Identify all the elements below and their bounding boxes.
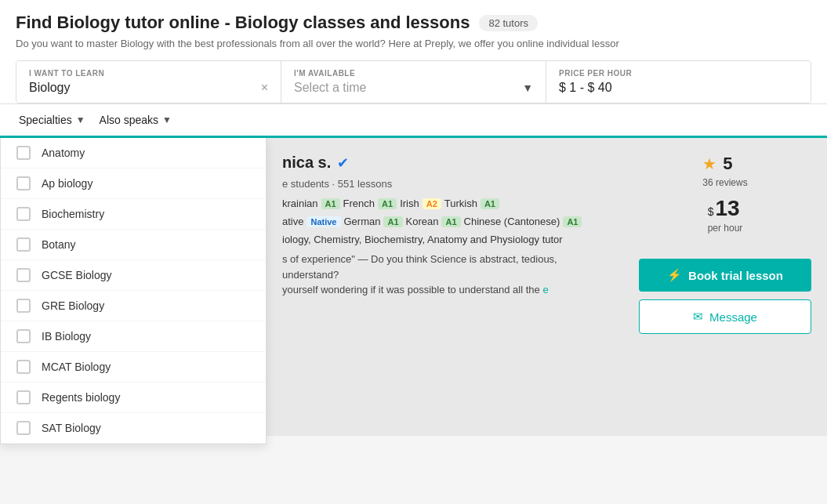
price-input-row: $ 1 - $ 40 xyxy=(559,81,798,95)
description-line-3: yourself wondering if it was possible to… xyxy=(282,284,540,296)
message-button[interactable]: ✉ Message xyxy=(639,299,811,334)
available-section[interactable]: I'M AVAILABLE Select a time ▼ xyxy=(281,61,546,103)
want-to-learn-section[interactable]: I WANT TO LEARN Biology × xyxy=(16,61,281,103)
specialties-dropdown: AnatomyAp biologyBiochemistryBotanyGCSE … xyxy=(0,138,267,444)
dropdown-item[interactable]: GCSE Biology xyxy=(1,260,266,291)
checkbox[interactable] xyxy=(16,237,31,252)
rating-reviews-block: ★ 5 36 reviews xyxy=(702,154,747,190)
star-icon: ★ xyxy=(702,154,716,173)
filter-bar: I WANT TO LEARN Biology × I'M AVAILABLE … xyxy=(16,60,811,103)
price-block: $ 13 per hour xyxy=(708,196,743,246)
lightning-icon: ⚡ xyxy=(667,268,682,282)
lang-badge-turkish: A1 xyxy=(481,198,499,209)
also-speaks-label: Also speaks xyxy=(100,114,158,126)
lang-badge-korean: A1 xyxy=(441,216,460,227)
checkbox[interactable] xyxy=(16,146,31,160)
lang-german: German xyxy=(344,216,381,227)
tutor-card: nica s. ✔ e students · 551 lessons krain… xyxy=(267,138,827,436)
subtitle: Do you want to master Biology with the b… xyxy=(16,38,811,49)
also-speaks-chevron-icon: ▼ xyxy=(162,114,172,125)
languages-row-2: ative Native German A1 Korean A1 Chinese… xyxy=(282,216,623,227)
rating-row: ★ 5 xyxy=(702,154,747,174)
languages-row: krainian A1 French A1 Irish A2 Turkish A… xyxy=(282,198,623,209)
lang-korean: Korean xyxy=(406,216,439,227)
dropdown-item[interactable]: IB Biology xyxy=(1,321,266,352)
dropdown-item[interactable]: Ap biology xyxy=(1,169,266,199)
checkbox-label: Botany xyxy=(42,238,76,251)
tutor-count-badge: 82 tutors xyxy=(479,15,538,31)
tutor-name-row: nica s. ✔ xyxy=(282,154,623,172)
message-label: Message xyxy=(709,310,757,324)
chevron-down-icon: ▼ xyxy=(522,82,533,94)
book-trial-label: Book trial lesson xyxy=(688,269,783,282)
page-title: Find Biology tutor online - Biology clas… xyxy=(16,13,470,33)
reviews-text: 36 reviews xyxy=(702,177,747,188)
lang-badge-french: A1 xyxy=(378,198,397,209)
message-icon: ✉ xyxy=(693,310,703,324)
checkbox[interactable] xyxy=(16,360,31,374)
description-line-2: understand? xyxy=(282,269,339,281)
checkbox[interactable] xyxy=(16,207,31,221)
checkbox[interactable] xyxy=(16,390,31,404)
also-speaks-button[interactable]: Also speaks ▼ xyxy=(96,112,175,128)
price-row: $ 13 xyxy=(708,196,743,221)
want-to-learn-value: Biology xyxy=(29,81,70,95)
price-section[interactable]: PRICE PER HOUR $ 1 - $ 40 xyxy=(546,61,811,103)
lang-native-text: ative xyxy=(282,216,303,227)
price-value: $ 1 - $ 40 xyxy=(559,81,612,95)
tutor-name: nica s. xyxy=(282,154,331,172)
checkbox[interactable] xyxy=(16,176,31,190)
dropdown-item[interactable]: SAT Biology xyxy=(1,413,266,444)
tutor-stats: e students · 551 lessons xyxy=(282,178,623,190)
specialties-label: Specialties xyxy=(19,114,72,126)
specialties-bar: Specialties ▼ Also speaks ▼ xyxy=(0,104,827,138)
main-content: AnatomyAp biologyBiochemistryBotanyGCSE … xyxy=(0,138,827,436)
title-row: Find Biology tutor online - Biology clas… xyxy=(16,13,811,33)
tutor-info: nica s. ✔ e students · 551 lessons krain… xyxy=(282,154,623,334)
reviews-label: reviews xyxy=(716,177,748,188)
specialties-chevron-icon: ▼ xyxy=(76,114,85,125)
price-currency: $ xyxy=(708,205,714,218)
dropdown-item[interactable]: GRE Biology xyxy=(1,291,266,321)
checkbox-label: Anatomy xyxy=(42,147,85,159)
book-trial-button[interactable]: ⚡ Book trial lesson xyxy=(639,259,811,292)
checkbox[interactable] xyxy=(16,299,31,313)
checkbox-label: Regents biology xyxy=(42,391,120,404)
want-to-learn-label: I WANT TO LEARN xyxy=(29,69,268,78)
clear-icon[interactable]: × xyxy=(261,81,268,95)
lang-ukrainian: krainian xyxy=(282,198,318,209)
checkbox-label: GCSE Biology xyxy=(42,269,111,281)
available-placeholder: Select a time xyxy=(294,81,366,95)
tutor-actions-column: ★ 5 36 reviews $ 13 per hour xyxy=(639,154,811,334)
price-label: PRICE PER HOUR xyxy=(559,69,798,78)
reviews-count: 36 xyxy=(702,177,713,188)
verified-icon: ✔ xyxy=(337,154,349,172)
tutor-card-inner: nica s. ✔ e students · 551 lessons krain… xyxy=(282,154,811,334)
dropdown-scroll-area[interactable]: AnatomyAp biologyBiochemistryBotanyGCSE … xyxy=(1,138,266,444)
page-header: Find Biology tutor online - Biology clas… xyxy=(0,0,827,104)
checkbox-label: IB Biology xyxy=(42,330,91,343)
checkbox[interactable] xyxy=(16,268,31,282)
checkbox-label: Ap biology xyxy=(42,177,92,190)
checkbox-label: GRE Biology xyxy=(42,299,104,312)
checkbox-label: SAT Biology xyxy=(42,422,101,434)
description-line-1: s of experience" — Do you think Science … xyxy=(282,253,557,265)
lang-badge-german: A1 xyxy=(383,216,402,227)
available-label: I'M AVAILABLE xyxy=(294,69,533,78)
want-to-learn-input-row: Biology × xyxy=(29,81,268,95)
lang-badge-irish: A2 xyxy=(423,198,441,209)
checkbox[interactable] xyxy=(16,421,31,435)
dropdown-item[interactable]: Anatomy xyxy=(1,138,266,169)
dropdown-item[interactable]: Botany xyxy=(1,230,266,260)
checkbox-label: Biochemistry xyxy=(42,208,104,220)
dropdown-item[interactable]: MCAT Biology xyxy=(1,352,266,383)
tutor-description: s of experience" — Do you think Science … xyxy=(282,252,623,298)
lang-turkish: Turkish xyxy=(444,198,477,209)
checkbox[interactable] xyxy=(16,329,31,343)
lang-french: French xyxy=(343,198,375,209)
dropdown-item[interactable]: Biochemistry xyxy=(1,199,266,230)
dropdown-item[interactable]: Regents biology xyxy=(1,383,266,413)
read-more-link[interactable]: e xyxy=(542,284,548,296)
specialties-button[interactable]: Specialties ▼ xyxy=(16,112,89,128)
lang-chinese: Chinese (Cantonese) xyxy=(464,216,560,227)
